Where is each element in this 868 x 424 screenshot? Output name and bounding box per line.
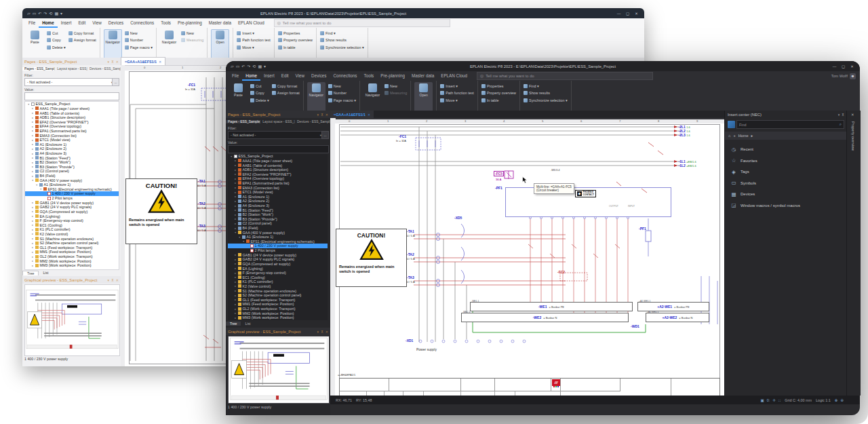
tree-expander-icon[interactable]: ▾ (238, 235, 241, 239)
open-project-icon[interactable]: ▱ (231, 64, 234, 69)
tree-expander-icon[interactable]: ▸ (234, 208, 237, 212)
tree-expander-icon[interactable]: ▸ (31, 134, 35, 137)
tree-expander-icon[interactable]: ▸ (31, 170, 35, 173)
tree-expander-icon[interactable]: ▸ (31, 129, 35, 132)
tree-expander-icon[interactable]: ▾ (39, 187, 43, 191)
tree-item[interactable]: ▸ EPA1 (Summarized parts list) (228, 181, 328, 186)
menu-tab[interactable]: Home (39, 18, 58, 28)
tree-item[interactable]: ▸ S1 (Machine operation enclosure) (228, 288, 328, 293)
titlebar[interactable]: ▱▭↶↷⟲▦▾ EPLAN Electric P8 2023 - E:\EPLA… (22, 8, 644, 18)
tree-expander-icon[interactable]: ▸ (234, 258, 237, 261)
ribbon-button-open[interactable]: Open (211, 29, 229, 58)
ribbon-button-in-table[interactable]: In table (481, 97, 516, 104)
zoom-in-icon[interactable]: ⊕ (835, 398, 838, 402)
tree-expander-icon[interactable]: ▸ (31, 201, 35, 204)
tree-item[interactable]: ▸ A4 (Enclosure 3) (228, 204, 328, 208)
tree-item[interactable]: ▸ A4 (Enclosure 3) (25, 151, 119, 156)
tree-expander-icon[interactable]: ▸ (31, 152, 35, 155)
tree-expander-icon[interactable]: ▸ (234, 159, 237, 162)
dock-tab[interactable]: Pages - ESS_Sample_P... (226, 120, 260, 123)
phoenix-device-block[interactable]: ◆ PHOENIXCONTACT (505, 187, 671, 217)
value-input[interactable] (228, 145, 329, 153)
refresh-icon[interactable]: ⟲ (49, 11, 52, 16)
tree-item[interactable]: ▸ MM2 (Work workpiece: Position) (228, 311, 328, 315)
pages-panel-header[interactable]: Pages - ESS_Sample_Project ▾⊼✕ (22, 58, 121, 65)
tree-item[interactable]: ▸ ETC1 (Model view) (228, 190, 328, 195)
tree-expander-icon[interactable]: ▸ (31, 250, 35, 254)
tree-item[interactable]: ▾ EFS1 (Electrical engineering schematic… (25, 187, 119, 192)
tree-item[interactable]: ▸ MM3 (Work workpiece: Position) (228, 315, 328, 320)
tree-item[interactable]: ▸ EA (Lighting) (25, 214, 119, 218)
preview-panel-header[interactable]: Graphical preview - ESS_Sample_Project ▾… (226, 328, 330, 335)
zoom-out-icon[interactable]: ⊖ (840, 398, 844, 402)
ribbon-button-in-table[interactable]: In table (278, 44, 313, 51)
menu-tab[interactable]: Tools (157, 18, 174, 28)
tree-expander-icon[interactable]: ▸ (31, 219, 35, 223)
tree-item[interactable]: ▸ B2 (Station "Work") (25, 160, 119, 165)
menu-tab[interactable]: Insert (260, 71, 278, 81)
panel-close-icon[interactable]: ✕ (116, 278, 119, 282)
menu-tab[interactable]: Edit (278, 71, 292, 81)
view-tab[interactable]: Tree (226, 322, 241, 326)
tree-item[interactable]: ▾ A1 (Enclosure 1) (228, 235, 328, 239)
menu-tab[interactable]: Edit (75, 18, 89, 28)
close-icon[interactable]: ✕ (851, 113, 854, 117)
insert-symbol-icon[interactable]: ▦ (258, 64, 262, 69)
filter-more-button[interactable]: ... (112, 78, 119, 86)
tree-expander-icon[interactable]: ▸ (31, 116, 35, 119)
busbar-box[interactable]: -WE1.1 -WE1 = Busbar PE (470, 302, 633, 311)
insert-center-header[interactable]: Insert center (NEC) ▾⊼ (725, 111, 847, 119)
ribbon-button-property-overview[interactable]: Property overview (278, 37, 313, 44)
qat-dropdown-icon[interactable]: ▾ (60, 11, 62, 16)
ribbon-button-navigator[interactable]: Navigator (160, 29, 178, 58)
tree-item[interactable]: ▸ S2 (Machine operation control panel) (228, 293, 328, 298)
insert-center-item[interactable]: ◲ Window macros / symbol macros (725, 200, 847, 212)
tree-expander-icon[interactable]: ▸ (31, 125, 35, 128)
view-tab[interactable]: Tree (22, 271, 39, 275)
ribbon-button-navigator[interactable]: Navigator (363, 82, 382, 111)
tab-close-icon[interactable]: ✕ (368, 113, 370, 117)
tree-expander-icon[interactable]: ▸ (31, 107, 35, 110)
tree-expander-icon[interactable]: ▸ (31, 232, 35, 235)
tree-expander-icon[interactable]: ▸ (234, 227, 237, 230)
tree-item[interactable]: ▸ B3 (Station "Provide") (228, 217, 328, 222)
tree-expander-icon[interactable]: ▸ (234, 177, 237, 180)
tell-me-search[interactable]: ◎ Tell me what you want to do (477, 72, 653, 80)
insert-symbol-icon[interactable]: ▦ (54, 11, 58, 16)
tree-expander-icon[interactable]: ▸ (31, 111, 35, 115)
schematic-canvas-front[interactable]: ◆ PHOENIXCONTACT -2L1 1.6 -2L2 (335, 123, 724, 396)
panel-dropdown-icon[interactable]: ▾ (317, 113, 319, 117)
tree-item[interactable]: ▸ EC1 (Cooling) (25, 223, 119, 227)
refresh-icon[interactable]: ⟲ (252, 64, 256, 69)
editor-tab[interactable]: =GAA+A1&EFS1/1 ✕ (121, 57, 165, 65)
tree-item[interactable]: ▸ ADB1 (Structure description) (25, 115, 119, 120)
ribbon-button-delete[interactable]: Delete ▾ (250, 97, 269, 104)
tree-item[interactable]: ▸ S2 (Machine operation control panel) (25, 241, 119, 246)
tree-item[interactable]: ▸ F (Emergency-stop control) (25, 218, 119, 223)
tree-item[interactable]: ▸ MM1 (Feed workpiece: Position) (228, 302, 328, 307)
ribbon-button-new[interactable]: New (125, 30, 153, 37)
tree-expander-icon[interactable]: ▸ (234, 307, 237, 311)
value-input[interactable] (24, 92, 119, 100)
ribbon-button-new[interactable]: New (181, 30, 203, 37)
panel-close-icon[interactable]: ✕ (326, 113, 328, 117)
home-icon[interactable]: ⌂ (728, 134, 730, 138)
tree-expander-icon[interactable]: ▸ (234, 262, 237, 265)
tree-expander-icon[interactable]: ▸ (31, 246, 35, 249)
tree-item[interactable]: ▸ GAB2 (24 V supply PLC signals) (228, 257, 328, 262)
filter-combo[interactable]: - Not activated -▾ (228, 131, 324, 139)
ribbon-button-new[interactable]: New (384, 83, 407, 90)
menu-tab[interactable]: Master data (408, 71, 437, 81)
tree-expander-icon[interactable]: ▸ (234, 217, 237, 220)
tree-item[interactable]: ▸ GQA (Compressed air supply) (228, 262, 328, 267)
ribbon-button-move[interactable]: Move ▾ (440, 97, 474, 104)
editor-tab[interactable]: =GAA+A1&EFS1/1 ✕ (330, 111, 374, 118)
tree-item[interactable]: ▸ S1 (Machine operation enclosure) (25, 236, 119, 241)
layer-indicator[interactable]: 0: (767, 398, 770, 402)
tree-expander-icon[interactable]: ▸ (31, 206, 35, 209)
ribbon-button-cut[interactable]: Cut (250, 83, 269, 90)
ribbon-button-number[interactable]: Number (125, 37, 153, 44)
tree-expander-icon[interactable]: ▸ (31, 214, 35, 218)
ribbon-button-find[interactable]: Find ▾ (524, 83, 568, 90)
tree-item[interactable]: ▸ EFA4 (Overview topology) (25, 124, 119, 129)
